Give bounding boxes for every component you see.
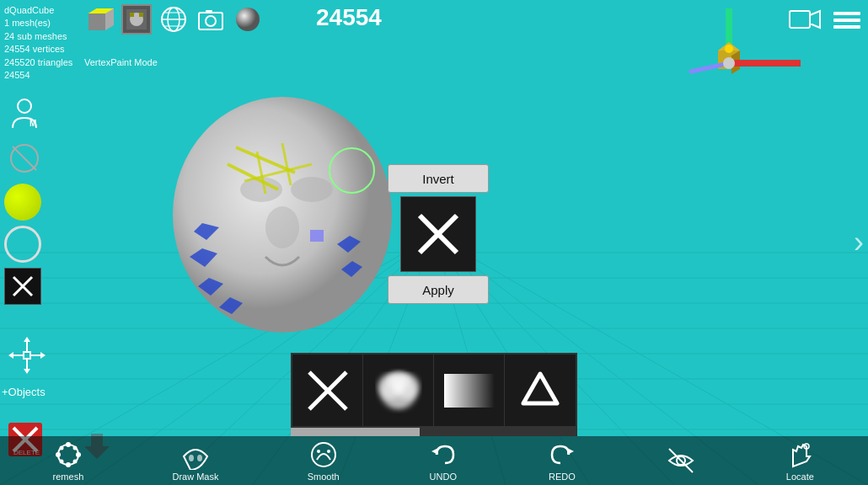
svg-point-48 bbox=[723, 57, 735, 69]
undo-label: UNDO bbox=[430, 472, 457, 482]
brush-circle bbox=[329, 147, 375, 194]
svg-point-90 bbox=[66, 442, 71, 447]
sphere-preview[interactable] bbox=[233, 4, 263, 35]
svg-marker-103 bbox=[431, 448, 438, 455]
locate-tool[interactable]: Locate bbox=[785, 440, 815, 482]
remesh-icon bbox=[53, 440, 83, 470]
svg-point-86 bbox=[388, 372, 409, 392]
svg-marker-104 bbox=[567, 448, 574, 455]
svg-rect-87 bbox=[444, 374, 495, 408]
color-tool-yellow[interactable] bbox=[4, 184, 41, 221]
svg-line-106 bbox=[669, 449, 693, 472]
svg-point-99 bbox=[197, 455, 202, 461]
mesh-count: 1 mesh(es) bbox=[4, 17, 72, 29]
svg-point-102 bbox=[327, 450, 330, 453]
mode-label: VertexPaint Mode bbox=[84, 57, 158, 67]
svg-rect-78 bbox=[310, 230, 324, 242]
remesh-label: remesh bbox=[53, 472, 84, 482]
transform-tool[interactable] bbox=[8, 337, 46, 377]
svg-point-45 bbox=[725, 45, 733, 53]
bottom-toolbar: remesh Draw Mask Smooth bbox=[0, 436, 868, 485]
svg-point-93 bbox=[76, 452, 81, 457]
svg-point-35 bbox=[236, 8, 260, 31]
app-title: dQuadCube bbox=[4, 4, 72, 17]
draw-mask-tool[interactable]: Draw Mask bbox=[172, 440, 218, 482]
progress-bar-fill bbox=[291, 428, 420, 436]
svg-rect-25 bbox=[130, 13, 134, 17]
redo-icon bbox=[547, 440, 577, 470]
3d-mesh bbox=[126, 80, 396, 358]
sub-meshes: 24 sub meshes bbox=[4, 30, 72, 43]
svg-point-92 bbox=[56, 452, 61, 457]
svg-marker-61 bbox=[8, 352, 13, 359]
svg-point-94 bbox=[59, 446, 63, 450]
hide-tool[interactable] bbox=[666, 445, 696, 476]
svg-marker-88 bbox=[523, 374, 557, 403]
undo-icon bbox=[428, 440, 458, 470]
svg-point-91 bbox=[66, 462, 71, 467]
svg-point-95 bbox=[72, 446, 77, 450]
svg-marker-37 bbox=[810, 11, 820, 28]
svg-line-52 bbox=[13, 147, 36, 170]
svg-marker-59 bbox=[24, 369, 30, 374]
redo-label: REDO bbox=[549, 472, 576, 482]
svg-rect-38 bbox=[833, 12, 860, 15]
redo-tool[interactable]: REDO bbox=[547, 440, 577, 482]
svg-point-96 bbox=[59, 460, 63, 464]
remesh-tool[interactable]: remesh bbox=[53, 440, 84, 482]
count: 24554 bbox=[4, 69, 72, 82]
triangles: 245520 triangles bbox=[4, 56, 72, 69]
svg-text:+Objects: +Objects bbox=[2, 386, 46, 398]
cloud-brush-cell[interactable] bbox=[363, 354, 434, 426]
apply-button[interactable]: Apply bbox=[388, 275, 489, 304]
svg-rect-39 bbox=[833, 19, 860, 22]
x-tool[interactable] bbox=[4, 268, 41, 305]
avatar-tool[interactable]: M bbox=[4, 93, 45, 133]
cube-icon[interactable] bbox=[84, 4, 115, 35]
up-arrow-brush-cell[interactable] bbox=[505, 354, 576, 426]
svg-point-72 bbox=[265, 206, 299, 248]
svg-point-49 bbox=[18, 99, 31, 113]
locate-icon bbox=[785, 440, 815, 470]
right-arrow-button[interactable]: › bbox=[854, 225, 864, 260]
left-toolbar: M bbox=[4, 93, 45, 305]
camera-video-icon[interactable] bbox=[788, 7, 822, 35]
svg-point-97 bbox=[72, 460, 77, 464]
mesh-info: dQuadCube 1 mesh(es) 24 sub meshes 24554… bbox=[4, 4, 72, 82]
svg-rect-34 bbox=[206, 10, 212, 13]
progress-bar-container[interactable] bbox=[291, 428, 577, 436]
draw-mask-label: Draw Mask bbox=[172, 472, 218, 482]
svg-rect-18 bbox=[88, 13, 105, 30]
invert-button[interactable]: Invert bbox=[388, 164, 489, 193]
svg-text:M: M bbox=[29, 119, 36, 128]
plus-objects-button[interactable]: +Objects bbox=[2, 379, 52, 406]
3d-arm-object bbox=[683, 8, 801, 96]
smooth-label: Smooth bbox=[308, 472, 340, 482]
brush-panel bbox=[291, 353, 577, 436]
svg-rect-55 bbox=[24, 352, 30, 359]
svg-marker-63 bbox=[40, 352, 46, 359]
snapshot-icon[interactable] bbox=[196, 4, 226, 35]
brush-strip bbox=[291, 353, 577, 428]
object-count: 24554 bbox=[316, 4, 382, 31]
x-preview-box bbox=[400, 196, 476, 272]
gradient-brush-cell[interactable] bbox=[434, 354, 505, 426]
no-entry-tool[interactable] bbox=[4, 138, 45, 179]
smooth-icon bbox=[308, 440, 339, 470]
vertices: 24554 vertices bbox=[4, 43, 72, 56]
draw-mask-icon bbox=[180, 440, 211, 470]
top-toolbar bbox=[84, 4, 263, 35]
svg-point-71 bbox=[291, 177, 333, 202]
svg-marker-57 bbox=[24, 337, 30, 342]
smooth-tool[interactable]: Smooth bbox=[308, 440, 340, 482]
hide-icon bbox=[666, 445, 696, 476]
svg-rect-26 bbox=[139, 13, 143, 17]
x-brush-cell[interactable] bbox=[292, 354, 363, 426]
ring-tool[interactable] bbox=[4, 226, 41, 263]
svg-rect-40 bbox=[833, 25, 860, 29]
globe-icon[interactable] bbox=[158, 4, 189, 35]
undo-tool[interactable]: UNDO bbox=[428, 440, 458, 482]
hamburger-menu[interactable] bbox=[830, 7, 864, 37]
vertex-paint-icon[interactable] bbox=[121, 4, 152, 35]
locate-label: Locate bbox=[786, 472, 814, 482]
